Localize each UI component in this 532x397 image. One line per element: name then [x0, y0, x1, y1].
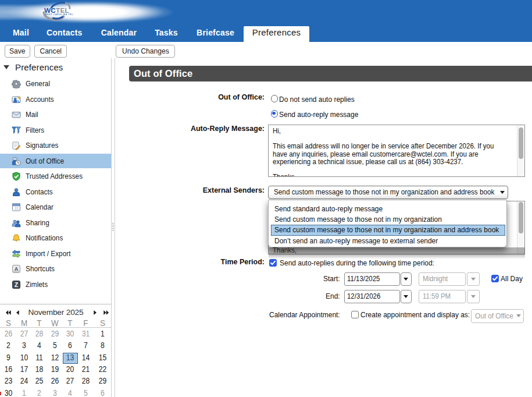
svg-text:A: A [15, 266, 18, 272]
svg-text:WEST CAROLINA TEL: WEST CAROLINA TEL [45, 13, 74, 16]
svg-text:Z: Z [15, 281, 18, 288]
